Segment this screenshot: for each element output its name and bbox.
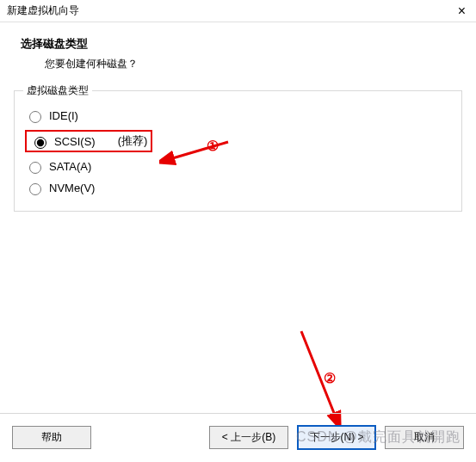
help-button[interactable]: 帮助 — [12, 426, 91, 449]
radio-ide-input[interactable] — [29, 111, 41, 123]
annotation-number-2: ② — [324, 370, 336, 386]
annotation-number-1: ① — [207, 138, 219, 154]
group-legend: 虚拟磁盘类型 — [23, 83, 92, 98]
close-icon[interactable]: × — [454, 5, 469, 17]
titlebar: 新建虚拟机向导 × — [0, 0, 476, 22]
radio-scsi-row: SCSI(S) (推荐) — [23, 126, 453, 156]
radio-nvme-label: NVMe(V) — [49, 182, 95, 194]
separator — [0, 413, 476, 414]
radio-scsi-recommended: (推荐) — [118, 133, 148, 149]
page-heading: 选择磁盘类型 — [21, 36, 459, 52]
disk-type-group: 虚拟磁盘类型 IDE(I) SCSI(S) (推荐) SATA(A) NVMe(… — [14, 83, 462, 212]
content-area: 虚拟磁盘类型 IDE(I) SCSI(S) (推荐) SATA(A) NVMe(… — [0, 80, 476, 215]
radio-ide-label: IDE(I) — [49, 109, 78, 122]
cancel-button[interactable]: 取消 — [385, 426, 464, 449]
radio-sata[interactable]: SATA(A) — [23, 156, 453, 177]
wizard-header: 选择磁盘类型 您要创建何种磁盘？ — [0, 22, 476, 80]
radio-nvme-input[interactable] — [29, 183, 41, 195]
highlight-scsi: SCSI(S) (推荐) — [25, 130, 152, 152]
back-button[interactable]: < 上一步(B) — [209, 426, 288, 449]
radio-sata-input[interactable] — [29, 162, 41, 174]
window-title: 新建虚拟机向导 — [7, 3, 79, 18]
next-button[interactable]: 下一步(N) > — [297, 425, 376, 450]
button-bar: 帮助 < 上一步(B) 下一步(N) > 取消 — [0, 425, 476, 450]
radio-scsi-input[interactable] — [34, 137, 46, 149]
radio-ide[interactable]: IDE(I) — [23, 105, 453, 126]
radio-scsi-label: SCSI(S) — [54, 135, 96, 148]
radio-sata-label: SATA(A) — [49, 160, 91, 173]
radio-nvme[interactable]: NVMe(V) — [23, 177, 453, 199]
page-subtext: 您要创建何种磁盘？ — [21, 52, 459, 71]
